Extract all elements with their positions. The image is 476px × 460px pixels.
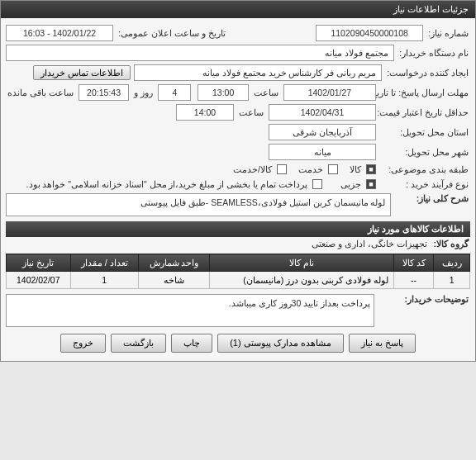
chk-both[interactable]	[277, 164, 287, 174]
remaining-time: 20:15:43	[79, 84, 129, 101]
group-value: تجهیزات خانگی، اداری و صنعتی	[310, 239, 429, 249]
chk-treasury[interactable]	[312, 179, 322, 189]
th-code: کد کالا	[393, 254, 433, 272]
class-khadamat: خدمت	[297, 164, 325, 174]
province-value: آذربایجان شرقی	[269, 124, 376, 140]
group-label: گروه کالا:	[432, 239, 470, 249]
row-req-announce: شماره نیاز: 1102090450000108 تاریخ و ساع…	[6, 23, 470, 43]
row-classification: طبقه بندی موضوعی: ■ کالا خدمت کالا/خدمت	[6, 162, 470, 177]
exit-button[interactable]: خروج	[60, 334, 106, 353]
reply-button[interactable]: پاسخ به نیاز	[349, 334, 416, 353]
buyer-value: مجتمع فولاد میانه	[6, 45, 394, 61]
details-window: جزئیات اطلاعات نیاز شماره نیاز: 11020904…	[0, 0, 476, 362]
proc-partial: جزیی	[339, 179, 363, 189]
class-both: کالا/خدمت	[231, 164, 274, 174]
th-name: نام کالا	[210, 254, 394, 272]
td-idx: 1	[434, 272, 470, 289]
th-idx: ردیف	[434, 254, 470, 272]
chk-kala[interactable]: ■	[366, 164, 376, 174]
reply-deadline-label: مهلت ارسال پاسخ: تا تاریخ:	[379, 88, 470, 97]
buyer-notes-label: توضیحات خریدار:	[379, 294, 470, 304]
desc-text: لوله مانیسمان کربن استیل فولادی،SEAMLESS…	[6, 193, 391, 216]
content-area: شماره نیاز: 1102090450000108 تاریخ و ساع…	[1, 18, 475, 361]
announce-value: 1402/01/22 - 16:03	[6, 25, 113, 41]
row-validity: حداقل تاریخ اعتبار قیمت: تا تاریخ: 1402/…	[6, 102, 470, 122]
td-name: لوله فولادی کربنی بدون درز (مانیسمان)	[210, 272, 394, 289]
row-province: استان محل تحویل: آذربایجان شرقی	[6, 122, 470, 142]
class-label: طبقه بندی موضوعی:	[379, 164, 470, 174]
chk-partial[interactable]: ■	[366, 179, 376, 189]
window-titlebar: جزئیات اطلاعات نیاز	[1, 1, 475, 18]
saat-label-1: ساعت	[252, 88, 280, 97]
row-buyer: نام دستگاه خریدار: مجتمع فولاد میانه	[6, 43, 470, 63]
chk-khadamat[interactable]	[328, 164, 338, 174]
announce-label: تاریخ و ساعت اعلان عمومی:	[117, 28, 227, 38]
row-reply-deadline: مهلت ارسال پاسخ: تا تاریخ: 1402/01/27 سا…	[6, 83, 470, 102]
reply-time: 13:00	[198, 84, 248, 101]
city-value: میانه	[269, 144, 376, 160]
th-date: تاریخ نیاز	[7, 254, 71, 272]
goods-section-header: اطلاعات کالاهای مورد نیاز	[6, 221, 470, 237]
goods-table: ردیف کد کالا نام کالا واحد شمارش تعداد /…	[6, 254, 470, 289]
footer-buttons: پاسخ به نیاز مشاهده مدارک پیوستی (1) چاپ…	[6, 327, 470, 356]
req-no-label: شماره نیاز:	[426, 28, 470, 38]
table-row[interactable]: 1 -- لوله فولادی کربنی بدون درز (مانیسما…	[7, 272, 470, 289]
row-city: شهر محل تحویل: میانه	[6, 142, 470, 162]
row-creator: ایجاد کننده درخواست: مریم ربانی فر کارشن…	[6, 63, 470, 83]
td-date: 1402/02/07	[7, 272, 71, 289]
proc-note: پرداخت تمام یا بخشی از مبلغ خرید،از محل …	[25, 179, 309, 189]
req-no-value: 1102090450000108	[316, 25, 423, 41]
buyer-label: نام دستگاه خریدار:	[397, 48, 470, 58]
buyer-notes-box: پرداخت بعداز تایید 30روز کاری میباشد.	[6, 294, 374, 327]
buyer-notes-row: توضیحات خریدار: پرداخت بعداز تایید 30روز…	[6, 294, 470, 327]
validity-label: حداقل تاریخ اعتبار قیمت: تا تاریخ:	[379, 107, 470, 117]
table-header-row: ردیف کد کالا نام کالا واحد شمارش تعداد /…	[7, 254, 470, 272]
creator-label: ایجاد کننده درخواست:	[385, 68, 470, 78]
print-button[interactable]: چاپ	[171, 334, 212, 353]
province-label: استان محل تحویل:	[379, 127, 470, 137]
process-label: نوع فرآیند خرید :	[379, 179, 470, 189]
remaining-suffix: ساعت باقی مانده	[6, 88, 75, 97]
desc-header: شرح کلی نیاز:	[394, 193, 470, 203]
td-unit: شاخه	[138, 272, 209, 289]
validity-time: 14:00	[176, 104, 234, 121]
th-unit: واحد شمارش	[138, 254, 209, 272]
rooz-label: روز و	[132, 88, 155, 97]
reply-date: 1402/01/27	[283, 84, 376, 101]
saat-label-2: ساعت	[237, 107, 265, 117]
city-label: شهر محل تحویل:	[379, 147, 470, 157]
class-kala: کالا	[348, 164, 363, 174]
attachments-button[interactable]: مشاهده مدارک پیوستی (1)	[217, 334, 344, 353]
back-button[interactable]: بازگشت	[111, 334, 166, 353]
window-title: جزئیات اطلاعات نیاز	[393, 4, 469, 14]
row-process: نوع فرآیند خرید : ■ جزیی پرداخت تمام یا …	[6, 177, 470, 192]
creator-value: مریم ربانی فر کارشناس خرید مجتمع فولاد م…	[134, 64, 382, 81]
validity-date: 1402/04/31	[269, 104, 376, 121]
td-code: --	[393, 272, 433, 289]
td-qty: 1	[70, 272, 138, 289]
contact-info-button[interactable]: اطلاعات تماس خریدار	[33, 65, 131, 80]
row-desc: شرح کلی نیاز: لوله مانیسمان کربن استیل ف…	[6, 192, 470, 218]
days-left: 4	[158, 84, 191, 101]
row-group: گروه کالا: تجهیزات خانگی، اداری و صنعتی	[6, 237, 470, 250]
th-qty: تعداد / مقدار	[70, 254, 138, 272]
